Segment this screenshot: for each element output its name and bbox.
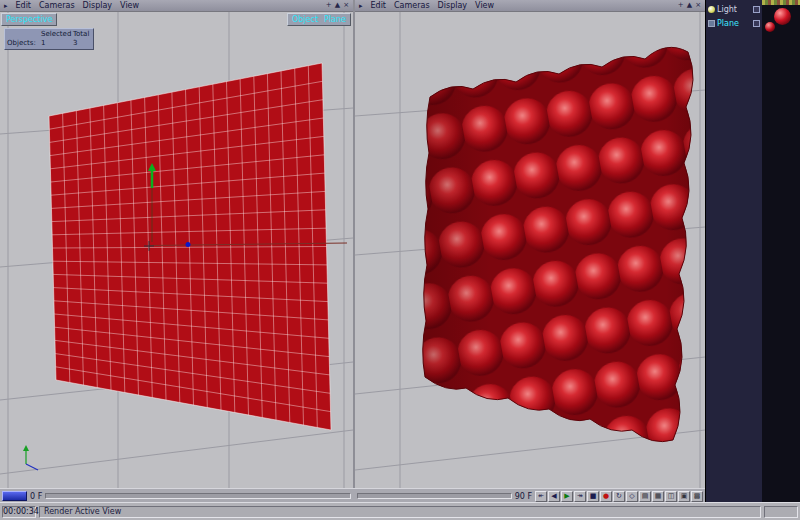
stats-total-count: 3 (73, 39, 91, 48)
current-frame-indicator[interactable] (2, 491, 27, 501)
first-frame-button[interactable]: ↞ (535, 491, 547, 502)
stats-col-total: Total (73, 30, 91, 39)
timeline-track-right[interactable] (357, 493, 512, 499)
panel-menu-icon[interactable]: ▸ (359, 2, 363, 10)
view-mode-2-button[interactable]: ▦ (652, 491, 664, 502)
left-viewport-canvas[interactable]: Perspective ObjectPlane Selected Total O… (0, 11, 353, 488)
material-thumbnail[interactable] (774, 8, 791, 25)
window-controls: + ▲ × (326, 1, 349, 10)
frame-start-label: 0 F (30, 492, 42, 501)
tree-item-label: Light (717, 5, 737, 14)
right-viewport[interactable]: ▸ Edit Cameras Display View + ▲ × (355, 0, 705, 488)
pan-icon[interactable]: + (326, 1, 332, 10)
close-icon[interactable]: × (343, 1, 349, 10)
step-forward-button[interactable]: ↠ (574, 491, 586, 502)
pan-icon[interactable]: + (678, 1, 684, 10)
left-viewport-scene[interactable] (0, 12, 353, 488)
right-viewport-canvas[interactable] (355, 11, 705, 488)
stats-row-label: Objects: (7, 39, 41, 48)
object-selector-value: Plane (324, 15, 346, 24)
menu-item-view[interactable]: View (120, 1, 139, 10)
item-toggle-icon[interactable] (753, 20, 760, 27)
view-mode-5-button[interactable]: ▩ (691, 491, 703, 502)
project-tree-panel: Light Plane (705, 0, 762, 502)
light-icon (708, 6, 715, 13)
right-viewport-scene[interactable] (355, 12, 705, 488)
keyframe-button[interactable]: ◇ (626, 491, 638, 502)
status-message: Render Active View (39, 506, 761, 518)
play-button[interactable]: ▶ (561, 491, 573, 502)
tree-item-light[interactable]: Light (706, 2, 762, 16)
menu-item-edit[interactable]: Edit (16, 1, 32, 10)
menu-item-cameras[interactable]: Cameras (394, 1, 430, 10)
selection-stats-panel: Selected Total Objects: 1 3 (4, 28, 94, 50)
menu-item-view[interactable]: View (475, 1, 494, 10)
view-mode-4-button[interactable]: ▣ (678, 491, 690, 502)
stop-button[interactable]: ■ (587, 491, 599, 502)
timeline-bar: 0 F 90 F ↞ ◀ ▶ ↠ ■ ● ↻ ◇ ▤ ▦ ◫ ▣ ▩ (0, 488, 705, 502)
panel-menu-icon[interactable]: ▸ (4, 2, 8, 10)
resize-grip[interactable] (764, 506, 798, 518)
material-thumbnail-small[interactable] (765, 22, 775, 32)
timeline-left: 0 F (0, 489, 353, 503)
frame-end-label: 90 F (515, 492, 532, 501)
menu-item-cameras[interactable]: Cameras (39, 1, 75, 10)
right-viewport-menubar: ▸ Edit Cameras Display View + ▲ × (355, 0, 705, 11)
status-bar: 00:00:34 Render Active View (0, 502, 800, 520)
tree-item-plane[interactable]: Plane (706, 16, 762, 30)
playback-controls: ↞ ◀ ▶ ↠ ■ ● ↻ ◇ ▤ ▦ ◫ ▣ ▩ (535, 491, 703, 502)
loop-button[interactable]: ↻ (613, 491, 625, 502)
time-display: 00:00:34 (2, 506, 36, 518)
menu-item-edit[interactable]: Edit (371, 1, 387, 10)
timeline-track-left[interactable] (45, 493, 351, 499)
maximize-icon[interactable]: ▲ (687, 1, 692, 10)
plane-icon (708, 20, 715, 27)
plane-shading-overlay (423, 47, 693, 441)
window-controls: + ▲ × (678, 1, 701, 10)
menu-item-display[interactable]: Display (83, 1, 113, 10)
stats-col-selected: Selected (41, 30, 73, 39)
step-back-button[interactable]: ◀ (548, 491, 560, 502)
pivot-point-handle[interactable] (186, 242, 191, 247)
menu-item-display[interactable]: Display (438, 1, 468, 10)
object-selector[interactable]: ObjectPlane (287, 13, 351, 26)
record-button[interactable]: ● (600, 491, 612, 502)
view-selector[interactable]: Perspective (1, 13, 57, 26)
view-mode-1-button[interactable]: ▤ (639, 491, 651, 502)
close-icon[interactable]: × (695, 1, 701, 10)
left-viewport-menubar: ▸ Edit Cameras Display View + ▲ × (0, 0, 353, 11)
application-window: ▸ Edit Cameras Display View + ▲ × (0, 0, 800, 520)
axis-indicator-icon (23, 445, 38, 470)
stats-spacer (7, 30, 41, 39)
palette-strip-icon (762, 0, 800, 5)
left-viewport[interactable]: ▸ Edit Cameras Display View + ▲ × (0, 0, 353, 488)
maximize-icon[interactable]: ▲ (335, 1, 340, 10)
tree-item-label: Plane (717, 19, 739, 28)
timeline-right: 90 F ↞ ◀ ▶ ↠ ■ ● ↻ ◇ ▤ ▦ ◫ ▣ ▩ (355, 489, 705, 503)
materials-panel (762, 0, 800, 502)
stats-selected-count: 1 (41, 39, 73, 48)
view-mode-3-button[interactable]: ◫ (665, 491, 677, 502)
item-toggle-icon[interactable] (753, 6, 760, 13)
object-selector-label: Object (292, 15, 318, 24)
